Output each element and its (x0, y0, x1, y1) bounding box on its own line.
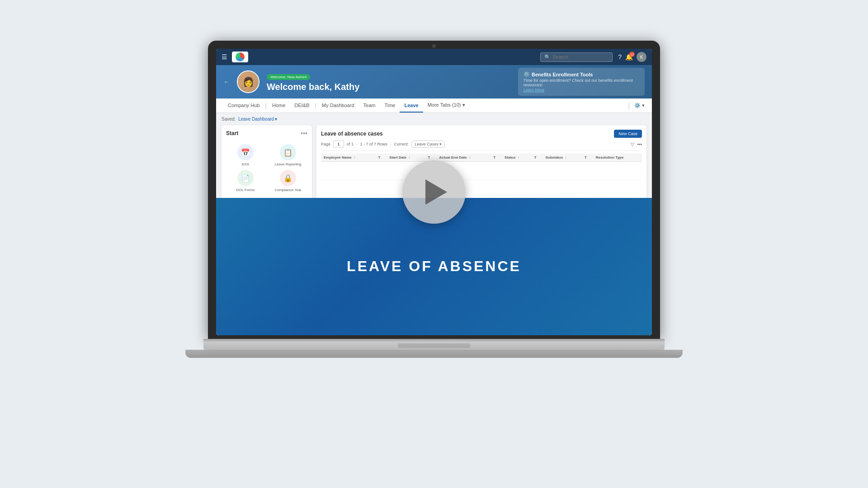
nav-deib[interactable]: DEI&B (290, 99, 314, 113)
profile-avatar: 👩 (237, 70, 259, 93)
dropdown-arrow-icon: ▾ (275, 117, 277, 122)
nav-team[interactable]: Team (359, 99, 380, 113)
laptop-bottom (185, 350, 683, 358)
settings-gear-icon[interactable]: ⚙️ ▾ (634, 103, 645, 108)
laptop-device: ☰ 🔍 ? 🔔 (185, 41, 683, 447)
start-card: Start ••• 📅 ESS 📋 (222, 125, 312, 200)
page-label: Page (321, 142, 330, 146)
play-triangle-icon (425, 179, 447, 205)
filter-icon[interactable]: ▽ (631, 142, 634, 147)
compliance-hub-icon: 🔒 (280, 170, 296, 186)
benefits-enrollment-banner: ⚙️ Benefits Enrollment Tools Time for op… (518, 68, 645, 96)
col-type5: T (582, 154, 593, 162)
col-type3: T (491, 154, 502, 162)
nav-home[interactable]: Home (268, 99, 290, 113)
start-icon-dol-forms[interactable]: 📄 DOL Forms (226, 170, 265, 192)
nav-separator-1: | (264, 102, 268, 109)
benefits-banner-icon: ⚙️ Benefits Enrollment Tools (524, 71, 639, 77)
welcome-badge: Welcome, New Admin! (267, 74, 310, 80)
view-label: Leave Cases (415, 142, 439, 146)
pagination-bar: Page of 1 · 1 - 7 of 7 Rows · Current: L… (321, 141, 642, 151)
screen-bezel: ☰ 🔍 ? 🔔 (216, 49, 652, 335)
learn-more-link[interactable]: Learn More (524, 88, 544, 92)
dol-forms-label: DOL Forms (236, 188, 255, 192)
start-icons-grid: 📅 ESS 📋 Leave Reporting 📄 (226, 141, 307, 196)
notification-count-badge: 12 (629, 52, 635, 57)
welcome-section: ← 👩 Welcome, New Admin! Welcome back, Ka… (216, 65, 652, 99)
search-icon: 🔍 (544, 54, 551, 60)
col-employee-name: Employee Name ↕ (321, 154, 376, 162)
welcome-name: Welcome back, Kathy (267, 82, 359, 92)
start-card-header: Start ••• (226, 130, 307, 137)
logo-circle-icon (236, 52, 245, 61)
cases-title: Leave of absence cases (321, 131, 383, 137)
nav-separator-2: | (314, 102, 317, 109)
laptop-hinge (203, 339, 665, 342)
start-icon-compliance-hub[interactable]: 🔒 Compliance Hub (269, 170, 307, 192)
screen-content: ☰ 🔍 ? 🔔 (216, 49, 652, 335)
table-more-icon[interactable]: ••• (637, 142, 642, 147)
cases-table: Employee Name ↕ T Start Date ↕ T Actual … (321, 154, 642, 180)
top-bar-icons: ? 🔔 12 K (618, 52, 646, 62)
col-resolution-type: Resolution Type (593, 154, 642, 162)
start-icon-ess[interactable]: 📅 ESS (226, 144, 265, 166)
notification-bell[interactable]: 🔔 12 (625, 53, 633, 61)
laptop-base (203, 339, 665, 350)
table-row (321, 162, 642, 180)
saved-link-text: Leave Dashboard (238, 117, 274, 122)
laptop-screen: ☰ 🔍 ? 🔔 (208, 41, 660, 339)
benefits-banner-desc: Time for open enrollment? Check out our … (524, 78, 639, 87)
current-view-dropdown[interactable]: Leave Cases ▾ (411, 141, 445, 148)
cases-header: Leave of absence cases New Case (321, 130, 642, 138)
ess-label: ESS (242, 162, 249, 166)
welcome-text-block: Welcome, New Admin! Welcome back, Kathy (267, 72, 359, 92)
dol-forms-icon: 📄 (237, 170, 254, 186)
top-bar-right: 🔍 ? 🔔 12 K (540, 52, 646, 62)
of-label: of 1 (347, 142, 354, 146)
page-number-input[interactable] (333, 141, 344, 148)
saved-label: Saved: (222, 117, 236, 122)
nav-my-dashboard[interactable]: My Dashboard (317, 99, 359, 113)
app-logo[interactable] (232, 52, 248, 62)
saved-dashboard-link[interactable]: Leave Dashboard ▾ (238, 117, 277, 122)
avatar-image: 👩 (238, 71, 259, 92)
start-card-title: Start (226, 130, 238, 136)
nav-settings: | ⚙️ ▾ (627, 102, 645, 109)
col-status: Status ↕ (502, 154, 532, 162)
table-header-row: Employee Name ↕ T Start Date ↕ T Actual … (321, 154, 642, 162)
main-navigation: Company Hub | Home DEI&B | My Dashboard … (216, 99, 652, 113)
play-button[interactable] (402, 160, 466, 224)
nav-leave[interactable]: Leave (400, 99, 423, 113)
view-dropdown-icon: ▾ (439, 142, 442, 146)
nav-company-hub[interactable]: Company Hub (223, 99, 264, 113)
start-icon-leave-reporting[interactable]: 📋 Leave Reporting (269, 144, 307, 166)
user-avatar[interactable]: K (637, 52, 646, 62)
rows-count: 1 - 7 of 7 Rows (360, 142, 388, 146)
play-button-overlay[interactable] (402, 160, 466, 224)
search-input[interactable] (552, 54, 609, 60)
ess-icon: 📅 (237, 144, 254, 160)
current-label: Current: (394, 142, 409, 146)
empty-table-message (321, 162, 642, 180)
new-case-button[interactable]: New Case (614, 130, 642, 138)
col-type4: T (532, 154, 543, 162)
help-icon[interactable]: ? (618, 53, 622, 61)
start-card-more-icon[interactable]: ••• (301, 130, 307, 137)
col-type: T (376, 154, 387, 162)
leave-reporting-label: Leave Reporting (275, 162, 302, 166)
nav-more-tabs[interactable]: More Tabs (10) ▾ (423, 99, 470, 113)
video-overlay-text: LEAVE OF ABSENCE (347, 258, 521, 275)
trackpad (398, 343, 470, 348)
top-navigation-bar: ☰ 🔍 ? 🔔 (216, 49, 652, 65)
hamburger-icon[interactable]: ☰ (222, 53, 227, 61)
saved-bar: Saved: Leave Dashboard ▾ (222, 117, 646, 122)
nav-time[interactable]: Time (380, 99, 400, 113)
nav-separator-3: | (627, 102, 631, 109)
back-arrow-icon[interactable]: ← (223, 78, 230, 85)
col-substatus: Substatus ↕ (542, 154, 582, 162)
leave-reporting-icon: 📋 (280, 144, 296, 160)
top-bar-left: ☰ (222, 52, 248, 62)
benefits-banner-title: Benefits Enrollment Tools (532, 72, 593, 77)
search-bar[interactable]: 🔍 (540, 52, 613, 62)
compliance-hub-label: Compliance Hub (274, 188, 301, 192)
